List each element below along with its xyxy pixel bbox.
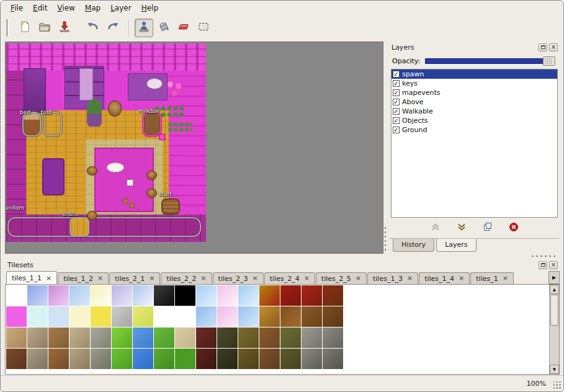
- tileset-tab-tiles_2_5[interactable]: tiles_2_5×: [316, 272, 367, 284]
- tile[interactable]: [259, 349, 280, 369]
- tile[interactable]: [91, 306, 111, 327]
- tileset-scrollbar[interactable]: ▲ ▼: [549, 285, 559, 374]
- tile[interactable]: [154, 306, 174, 327]
- tile[interactable]: [302, 327, 322, 348]
- menu-layer[interactable]: Layer: [105, 2, 136, 14]
- tile[interactable]: [69, 349, 90, 369]
- menu-file[interactable]: File: [6, 2, 28, 14]
- map-canvas[interactable]: bedtestmilkbarstartrandomentr...: [5, 42, 383, 254]
- map-object-bed[interactable]: [22, 112, 41, 136]
- layer-visibility-checkbox[interactable]: ✓: [393, 89, 400, 96]
- layer-visibility-checkbox[interactable]: ✓: [393, 71, 400, 78]
- stamp-tool-button[interactable]: [135, 19, 153, 37]
- tile[interactable]: [217, 349, 238, 369]
- lower-layer-button[interactable]: [455, 221, 468, 235]
- map-object-milkbar[interactable]: [143, 112, 161, 136]
- tile[interactable]: [238, 285, 259, 306]
- layers-dock-titlebar[interactable]: Layers ×: [389, 42, 560, 53]
- tile[interactable]: [69, 306, 90, 327]
- tile[interactable]: [91, 327, 111, 348]
- tile[interactable]: [238, 327, 259, 348]
- layer-visibility-checkbox[interactable]: ✓: [393, 108, 400, 115]
- menu-view[interactable]: View: [52, 2, 79, 14]
- layer-visibility-checkbox[interactable]: ✓: [393, 117, 400, 124]
- tile[interactable]: [280, 327, 301, 348]
- tile[interactable]: [175, 306, 195, 327]
- tile[interactable]: [323, 306, 343, 327]
- tile[interactable]: [112, 327, 132, 348]
- tileset-tab-tiles_2_4[interactable]: tiles_2_4×: [264, 272, 315, 284]
- tileset-tab-tiles_1_2[interactable]: tiles_1_2×: [58, 272, 109, 284]
- map-object-milkbar-handle[interactable]: [159, 134, 165, 140]
- scroll-up-button[interactable]: ▲: [550, 285, 559, 294]
- tile[interactable]: [323, 349, 343, 369]
- redo-button[interactable]: [104, 19, 122, 37]
- tile[interactable]: [175, 327, 195, 348]
- tile[interactable]: [196, 349, 217, 369]
- close-icon[interactable]: ×: [200, 275, 206, 282]
- layer-row-Ground[interactable]: ✓Ground: [392, 125, 557, 135]
- tileset-tab-tiles_1_4[interactable]: tiles_1_4×: [419, 272, 470, 284]
- layer-row-Objects[interactable]: ✓Objects: [392, 116, 557, 125]
- tile[interactable]: [69, 285, 90, 306]
- layer-visibility-checkbox[interactable]: ✓: [393, 99, 400, 105]
- opacity-slider[interactable]: [425, 58, 555, 64]
- close-icon[interactable]: ×: [252, 275, 257, 282]
- scrollbar-thumb[interactable]: [550, 295, 558, 326]
- tile[interactable]: [6, 327, 27, 348]
- fill-tool-button[interactable]: [154, 19, 173, 37]
- raise-layer-button[interactable]: [429, 221, 442, 235]
- layer-row-Walkable[interactable]: ✓Walkable: [392, 107, 557, 116]
- tile[interactable]: [27, 349, 48, 369]
- tile[interactable]: [48, 285, 69, 306]
- tile[interactable]: [196, 306, 217, 327]
- float-dock-button[interactable]: [539, 261, 547, 269]
- tile[interactable]: [48, 306, 69, 327]
- tileset-tab-tiles_1_1[interactable]: tiles_1_1×: [6, 271, 57, 284]
- tile[interactable]: [302, 349, 322, 369]
- opacity-slider-handle[interactable]: [543, 56, 555, 66]
- close-icon[interactable]: ×: [503, 275, 508, 282]
- undo-button[interactable]: [84, 19, 102, 37]
- layer-row-spawn[interactable]: ✓spawn: [392, 69, 557, 79]
- close-icon[interactable]: ×: [356, 275, 361, 282]
- tile[interactable]: [302, 285, 322, 306]
- tile[interactable]: [133, 285, 153, 306]
- tile[interactable]: [154, 349, 174, 369]
- tile[interactable]: [323, 327, 343, 348]
- tile[interactable]: [280, 285, 301, 306]
- map[interactable]: bedtestmilkbarstartrandomentr...: [6, 43, 206, 242]
- menu-edit[interactable]: Edit: [28, 2, 52, 14]
- tile[interactable]: [27, 327, 48, 348]
- tile[interactable]: [112, 285, 132, 306]
- tileset-tab-tiles_2_1[interactable]: tiles_2_1×: [109, 272, 160, 284]
- eraser-tool-button[interactable]: [174, 19, 193, 37]
- layer-row-keys[interactable]: ✓keys: [392, 79, 557, 88]
- tile[interactable]: [259, 327, 280, 348]
- tile[interactable]: [217, 285, 238, 306]
- scroll-tabs-right-button[interactable]: ▶: [548, 271, 560, 284]
- layer-row-Above[interactable]: ✓Above: [392, 97, 557, 107]
- new-map-button[interactable]: [16, 19, 34, 37]
- close-icon[interactable]: ×: [149, 275, 154, 282]
- tile[interactable]: [48, 349, 69, 369]
- close-icon[interactable]: ×: [97, 275, 103, 282]
- resize-grip[interactable]: [553, 381, 562, 390]
- select-tool-button[interactable]: [194, 19, 213, 37]
- tile[interactable]: [112, 349, 132, 369]
- tile[interactable]: [280, 349, 301, 369]
- close-icon[interactable]: ×: [46, 275, 51, 282]
- tile[interactable]: [196, 327, 217, 348]
- menu-help[interactable]: Help: [137, 2, 163, 14]
- tile[interactable]: [6, 349, 27, 369]
- tile[interactable]: [69, 327, 90, 348]
- tile[interactable]: [112, 306, 132, 327]
- tile[interactable]: [217, 327, 238, 348]
- tileset-view[interactable]: ▲ ▼: [5, 284, 560, 375]
- tile[interactable]: [91, 349, 111, 369]
- duplicate-layer-button[interactable]: [481, 221, 495, 235]
- tile[interactable]: [280, 306, 301, 327]
- tile[interactable]: [196, 285, 217, 306]
- toolbar-handle[interactable]: [8, 19, 12, 37]
- tile[interactable]: [6, 306, 27, 327]
